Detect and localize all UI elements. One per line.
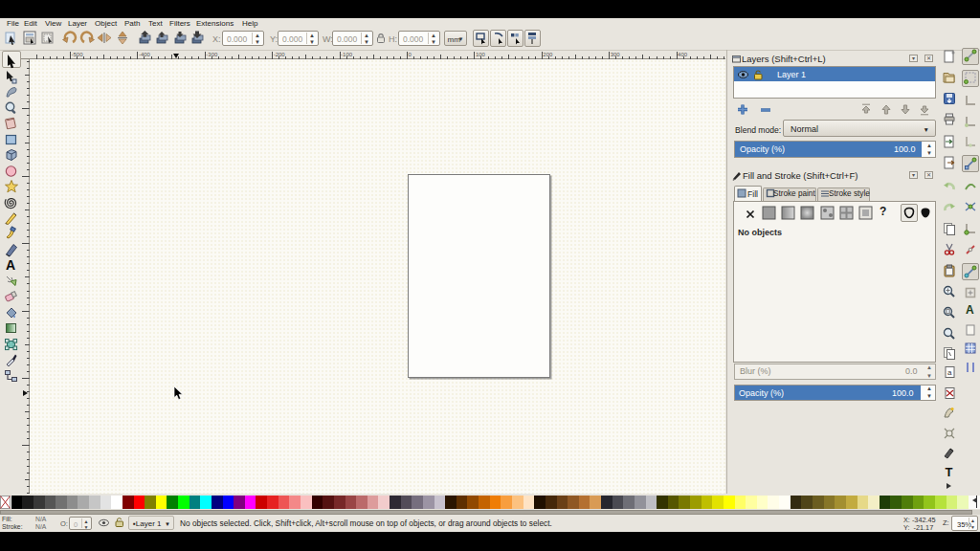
svg-text:A: A xyxy=(966,303,974,317)
svg-text:A: A xyxy=(6,257,15,273)
svg-text:a: a xyxy=(947,368,952,377)
svg-text:T: T xyxy=(945,465,952,479)
